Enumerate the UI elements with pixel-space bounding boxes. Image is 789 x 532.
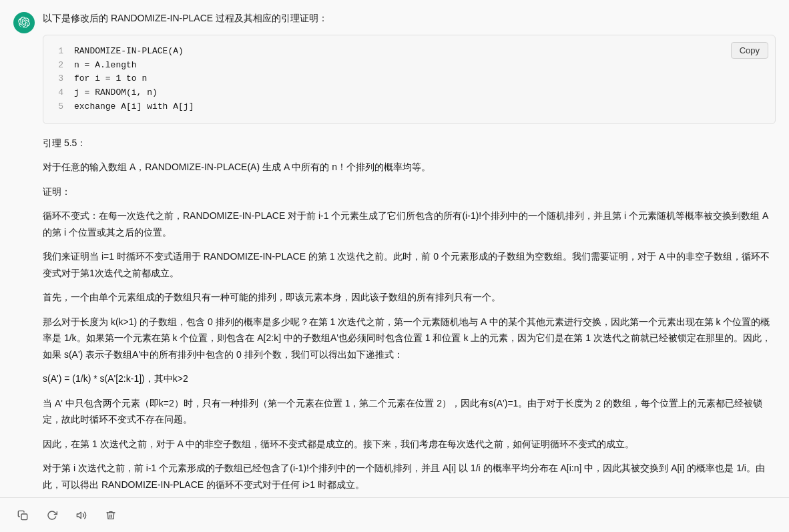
line-number: 4 bbox=[54, 86, 63, 100]
avatar bbox=[13, 12, 35, 33]
svg-rect-0 bbox=[21, 514, 27, 520]
toolbar bbox=[0, 497, 789, 532]
paragraphs-container: 引理 5.5：对于任意的输入数组 A，RANDOMIZE-IN-PLACE(A)… bbox=[43, 135, 776, 517]
line-number: 1 bbox=[54, 45, 63, 59]
line-number: 2 bbox=[54, 59, 63, 73]
line-code: exchange A[i] with A[j] bbox=[74, 100, 194, 114]
svg-marker-1 bbox=[77, 512, 81, 518]
code-line: 5 exchange A[i] with A[j] bbox=[54, 100, 764, 114]
delete-icon bbox=[105, 510, 116, 521]
refresh-button[interactable] bbox=[43, 506, 61, 525]
code-line: 4 j = RANDOM(i, n) bbox=[54, 86, 764, 100]
code-line: 3 for i = 1 to n bbox=[54, 72, 764, 86]
copy-icon bbox=[17, 510, 28, 521]
delete-button[interactable] bbox=[101, 506, 120, 525]
code-block: 1RANDOMIZE-IN-PLACE(A)2 n = A.length3 fo… bbox=[43, 35, 775, 123]
line-code: j = RANDOM(i, n) bbox=[74, 86, 158, 100]
refresh-icon bbox=[47, 510, 57, 521]
paragraph-5: 首先，一个由单个元素组成的子数组只有一种可能的排列，即该元素本身，因此该子数组的… bbox=[43, 289, 776, 306]
paragraph-2: 证明： bbox=[43, 184, 776, 200]
audio-icon bbox=[76, 510, 87, 521]
paragraph-9: 因此，在第 1 次迭代之前，对于 A 中的非空子数组，循环不变式都是成立的。接下… bbox=[43, 436, 776, 453]
audio-button[interactable] bbox=[72, 506, 91, 525]
openai-logo-icon bbox=[18, 17, 30, 29]
code-line: 1RANDOMIZE-IN-PLACE(A) bbox=[54, 45, 764, 59]
line-code: for i = 1 to n bbox=[74, 72, 147, 86]
message-row: 以下是修改后的 RANDOMIZE-IN-PLACE 过程及其相应的引理证明： … bbox=[13, 11, 776, 517]
message-area: 以下是修改后的 RANDOMIZE-IN-PLACE 过程及其相应的引理证明： … bbox=[0, 0, 789, 532]
paragraph-10: 对于第 i 次迭代之前，前 i-1 个元素形成的子数组已经包含了(i-1)!个排… bbox=[43, 460, 776, 493]
paragraph-8: 当 A' 中只包含两个元素（即k=2）时，只有一种排列（第一个元素在位置 1，第… bbox=[43, 395, 776, 428]
line-code: RANDOMIZE-IN-PLACE(A) bbox=[74, 45, 184, 59]
paragraph-4: 我们来证明当 i=1 时循环不变式适用于 RANDOMIZE-IN-PLACE … bbox=[43, 248, 776, 281]
line-code: n = A.length bbox=[74, 59, 137, 73]
message-content: 以下是修改后的 RANDOMIZE-IN-PLACE 过程及其相应的引理证明： … bbox=[43, 11, 776, 517]
code-line: 2 n = A.length bbox=[54, 59, 764, 73]
line-number: 3 bbox=[54, 72, 63, 86]
paragraph-7: s(A') = (1/k) * s(A'[2:k-1])，其中k>2 bbox=[43, 370, 776, 387]
paragraph-3: 循环不变式：在每一次迭代之前，RANDOMIZE-IN-PLACE 对于前 i-… bbox=[43, 208, 776, 240]
paragraph-0: 引理 5.5： bbox=[43, 135, 776, 152]
intro-text: 以下是修改后的 RANDOMIZE-IN-PLACE 过程及其相应的引理证明： bbox=[43, 11, 776, 27]
chat-container: 以下是修改后的 RANDOMIZE-IN-PLACE 过程及其相应的引理证明： … bbox=[0, 0, 789, 532]
copy-toolbar-button[interactable] bbox=[13, 506, 32, 525]
copy-button[interactable]: Copy bbox=[731, 42, 768, 59]
line-number: 5 bbox=[54, 100, 63, 114]
paragraph-1: 对于任意的输入数组 A，RANDOMIZE-IN-PLACE(A) 生成 A 中… bbox=[43, 159, 776, 176]
paragraph-6: 那么对于长度为 k(k>1) 的子数组，包含 0 排列的概率是多少呢？在第 1 … bbox=[43, 314, 776, 363]
code-block-wrapper: 1RANDOMIZE-IN-PLACE(A)2 n = A.length3 fo… bbox=[43, 35, 776, 124]
